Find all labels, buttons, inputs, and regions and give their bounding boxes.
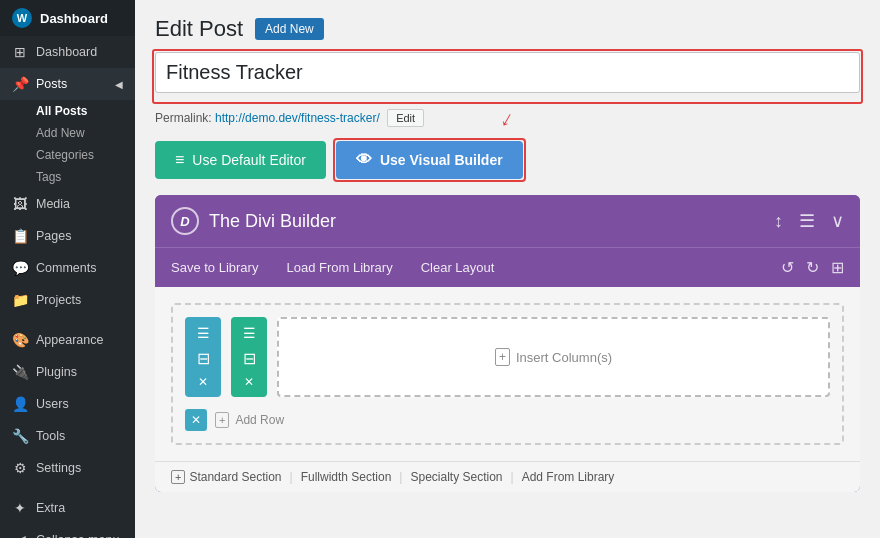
load-from-library-link[interactable]: Load From Library [286, 260, 392, 275]
sidebar-item-label: Users [36, 397, 69, 411]
grid-icon[interactable]: ⊞ [831, 258, 844, 277]
column-icon-2: ☰ [243, 325, 256, 341]
divi-logo-icon: D [171, 207, 199, 235]
permalink-url[interactable]: http://demo.dev/fitness-tracker/ [215, 111, 380, 125]
divi-content: ☰ ⊟ ✕ ☰ ⊟ ✕ + Insert Column(s) [155, 287, 860, 461]
save-to-library-link[interactable]: Save to Library [171, 260, 258, 275]
sidebar-item-label: Posts [36, 77, 67, 91]
column-handle-1[interactable]: ☰ ⊟ ✕ [185, 317, 221, 397]
dashboard-icon: ⊞ [12, 44, 28, 60]
chevron-down-icon[interactable]: ∨ [831, 210, 844, 232]
wp-logo-icon: W [12, 8, 32, 28]
footer-sep-3: | [511, 470, 514, 484]
sidebar-logo: W Dashboard [0, 0, 135, 36]
comments-icon: 💬 [12, 260, 28, 276]
divi-toolbar-icons: ↺ ↻ ⊞ [781, 258, 844, 277]
page-title-row: Edit Post Add New [155, 16, 860, 42]
default-editor-button[interactable]: ≡ Use Default Editor [155, 141, 326, 179]
standard-section-plus-icon: + [171, 470, 185, 484]
sidebar: W Dashboard ⊞ Dashboard 📌 Posts ◀ All Po… [0, 0, 135, 538]
posts-icon: 📌 [12, 76, 28, 92]
divi-row: ☰ ⊟ ✕ ☰ ⊟ ✕ + Insert Column(s) [185, 317, 830, 397]
divi-toolbar-actions: Save to Library Load From Library Clear … [171, 260, 781, 275]
column-close-1[interactable]: ✕ [198, 375, 208, 389]
sidebar-item-appearance[interactable]: 🎨 Appearance [0, 324, 135, 356]
row-close-icon[interactable]: ✕ [185, 409, 207, 431]
sidebar-logo-label: Dashboard [40, 11, 108, 26]
column-move-icon-1: ⊟ [197, 349, 210, 368]
default-editor-label: Use Default Editor [192, 152, 306, 168]
sidebar-collapse[interactable]: ◀ Collapse menu [0, 524, 135, 538]
sidebar-item-posts[interactable]: 📌 Posts ◀ [0, 68, 135, 100]
sidebar-item-label: Plugins [36, 365, 77, 379]
column-icon-1: ☰ [197, 325, 210, 341]
divi-title-text: The Divi Builder [209, 211, 336, 232]
sort-icon[interactable]: ↕ [774, 211, 783, 232]
post-title-wrapper: ← [155, 52, 860, 101]
fullwidth-section-btn[interactable]: Fullwidth Section [301, 470, 392, 484]
plugins-icon: 🔌 [12, 364, 28, 380]
column-close-2[interactable]: ✕ [244, 375, 254, 389]
sidebar-item-tools[interactable]: 🔧 Tools [0, 420, 135, 452]
add-from-library-btn[interactable]: Add From Library [522, 470, 615, 484]
sidebar-item-media[interactable]: 🖼 Media [0, 188, 135, 220]
sidebar-sub-all-posts[interactable]: All Posts [0, 100, 135, 122]
sidebar-sub-add-new[interactable]: Add New [0, 122, 135, 144]
sidebar-item-label: Media [36, 197, 70, 211]
sidebar-item-label: Comments [36, 261, 96, 275]
redo-icon[interactable]: ↻ [806, 258, 819, 277]
footer-sep-2: | [399, 470, 402, 484]
sidebar-item-label: Extra [36, 501, 65, 515]
users-icon: 👤 [12, 396, 28, 412]
insert-column-button[interactable]: + Insert Column(s) [277, 317, 830, 397]
main-content: Edit Post Add New ← Permalink: http://de… [135, 0, 880, 538]
divi-title: D The Divi Builder [171, 207, 336, 235]
divi-toolbar: Save to Library Load From Library Clear … [155, 247, 860, 287]
visual-builder-wrapper: 👁 Use Visual Builder ↓ [336, 141, 523, 179]
add-new-button[interactable]: Add New [255, 18, 324, 40]
specialty-section-btn[interactable]: Specialty Section [410, 470, 502, 484]
sidebar-item-label: Appearance [36, 333, 103, 347]
permalink-label: Permalink: [155, 111, 212, 125]
visual-builder-icon: 👁 [356, 151, 372, 169]
sidebar-item-pages[interactable]: 📋 Pages [0, 220, 135, 252]
add-row-area: ✕ + Add Row [185, 409, 830, 431]
clear-layout-link[interactable]: Clear Layout [421, 260, 495, 275]
divi-builder: D The Divi Builder ↕ ☰ ∨ Save to Library… [155, 195, 860, 492]
undo-icon[interactable]: ↺ [781, 258, 794, 277]
sidebar-item-label: Pages [36, 229, 71, 243]
sidebar-item-settings[interactable]: ⚙ Settings [0, 452, 135, 484]
sidebar-item-users[interactable]: 👤 Users [0, 388, 135, 420]
sidebar-item-dashboard[interactable]: ⊞ Dashboard [0, 36, 135, 68]
appearance-icon: 🎨 [12, 332, 28, 348]
extra-icon: ✦ [12, 500, 28, 516]
standard-section-btn[interactable]: + Standard Section [171, 470, 282, 484]
collapse-icon: ◀ [12, 532, 28, 538]
sidebar-item-label: Settings [36, 461, 81, 475]
visual-builder-button[interactable]: 👁 Use Visual Builder [336, 141, 523, 179]
post-title-input[interactable] [155, 52, 860, 93]
pages-icon: 📋 [12, 228, 28, 244]
sidebar-sub-tags[interactable]: Tags [0, 166, 135, 188]
sidebar-sub-categories[interactable]: Categories [0, 144, 135, 166]
sidebar-item-projects[interactable]: 📁 Projects [0, 284, 135, 316]
sidebar-item-label: Projects [36, 293, 81, 307]
edit-permalink-button[interactable]: Edit [387, 109, 424, 127]
sidebar-item-plugins[interactable]: 🔌 Plugins [0, 356, 135, 388]
sidebar-item-label: Dashboard [36, 45, 97, 59]
posts-arrow-icon: ◀ [115, 79, 123, 90]
insert-column-label: Insert Column(s) [516, 350, 612, 365]
menu-icon[interactable]: ☰ [799, 210, 815, 232]
column-handle-2[interactable]: ☰ ⊟ ✕ [231, 317, 267, 397]
add-row-plus-icon: + [215, 412, 229, 428]
media-icon: 🖼 [12, 196, 28, 212]
sidebar-item-extra[interactable]: ✦ Extra [0, 492, 135, 524]
add-row-button[interactable]: + Add Row [215, 412, 284, 428]
footer-sep-1: | [290, 470, 293, 484]
default-editor-icon: ≡ [175, 151, 184, 169]
insert-column-plus-icon: + [495, 348, 510, 366]
page-title: Edit Post [155, 16, 243, 42]
divi-section: ☰ ⊟ ✕ ☰ ⊟ ✕ + Insert Column(s) [171, 303, 844, 445]
add-row-label: Add Row [235, 413, 284, 427]
sidebar-item-comments[interactable]: 💬 Comments [0, 252, 135, 284]
